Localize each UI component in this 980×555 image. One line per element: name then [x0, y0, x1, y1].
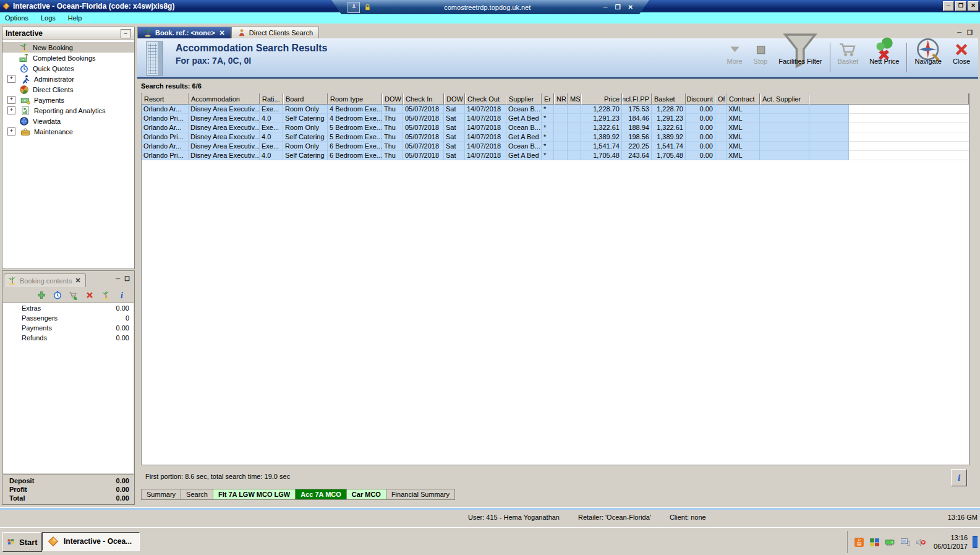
section-tab-flt-7a-lgw-mco-lgw[interactable]: Flt 7A LGW MCO LGW: [213, 489, 296, 500]
section-tab-financial-summary[interactable]: Financial Summary: [386, 489, 455, 500]
sidebar-item-quick-quotes[interactable]: Quick Quotes: [2, 63, 134, 74]
column-header-dow[interactable]: DOW: [444, 93, 465, 105]
table-row[interactable]: Orlando Ar...Disney Area Executiv...Exe.…: [142, 105, 969, 114]
column-header-act-supplier[interactable]: Act. Supplier: [760, 93, 809, 105]
column-header-check-out[interactable]: Check Out: [465, 93, 506, 105]
close-button[interactable]: ✕: [968, 1, 979, 11]
column-header-dow[interactable]: DOW: [382, 93, 403, 105]
panel-maximize-button[interactable]: ❐: [967, 29, 973, 36]
menu-logs[interactable]: Logs: [41, 14, 56, 22]
booking-row-value: 0: [126, 314, 129, 322]
sidebar-item-viewdata[interactable]: Viewdata: [2, 116, 134, 126]
rdp-close-button[interactable]: ✕: [628, 4, 633, 11]
booking-toolbar-quick-quotes-icon[interactable]: [53, 290, 62, 300]
info-button[interactable]: i: [951, 469, 967, 486]
column-header-er[interactable]: Er: [542, 93, 554, 105]
sidebar-item-label: Viewdata: [33, 118, 61, 125]
rdp-pin-button[interactable]: [347, 2, 360, 13]
cell-price: 1,228.70: [581, 105, 622, 114]
expand-icon[interactable]: +: [7, 106, 15, 114]
table-row[interactable]: Orlando Pri...Disney Area Executiv...4.0…: [142, 151, 969, 160]
network-card-icon[interactable]: [885, 537, 895, 548]
navigate-button[interactable]: Navigate: [909, 42, 947, 65]
column-header-check-in[interactable]: Check In: [403, 93, 444, 105]
section-tab-car-mco[interactable]: Car MCO: [347, 489, 386, 500]
column-header-price[interactable]: Price: [581, 93, 622, 105]
column-header-rati[interactable]: Rati...: [260, 93, 283, 105]
rdp-restore-button[interactable]: ❐: [615, 4, 621, 11]
column-header-label: MS: [570, 95, 581, 103]
sidebar-collapse-button[interactable]: −: [121, 29, 131, 38]
column-header-label: Discount: [686, 95, 713, 103]
panel-minimize-button[interactable]: ─: [957, 29, 961, 36]
start-button[interactable]: Start: [2, 532, 42, 552]
booking-contents-maximize-button[interactable]: ☐: [124, 275, 130, 282]
table-row[interactable]: Orlando Pri...Disney Area Executiv...4.0…: [142, 114, 969, 123]
sidebar-item-new-booking[interactable]: New Booking: [2, 42, 134, 53]
column-header-nr[interactable]: NR: [554, 93, 568, 105]
column-header-contract[interactable]: Contract: [726, 93, 760, 105]
minimize-button[interactable]: ─: [943, 1, 954, 11]
booking-toolbar-add-to-basket-icon[interactable]: [69, 290, 79, 300]
column-header-label: Price: [604, 95, 620, 103]
booking-toolbar-new-booking-icon[interactable]: [101, 290, 111, 300]
toolbar-button-label: Facilities Filter: [778, 58, 822, 65]
tab-book-ref-none[interactable]: Book. ref.: <none>✕: [137, 27, 231, 38]
sidebar-item-administrator[interactable]: +Administrator: [2, 74, 134, 84]
cell-check-in: 05/07/2018: [403, 114, 444, 123]
rdp-minimize-button[interactable]: ─: [603, 4, 608, 11]
column-header-of[interactable]: Of: [715, 93, 726, 105]
facilities-filter-button[interactable]: Facilities Filter: [773, 42, 827, 65]
column-header-discount[interactable]: Discount: [686, 93, 715, 105]
menu-help[interactable]: Help: [68, 14, 82, 22]
sidebar-item-reporting-and-analytics[interactable]: +Reporting and Analytics: [2, 105, 134, 116]
booking-toolbar-info-icon[interactable]: i: [117, 290, 127, 300]
cell-check-in: 05/07/2018: [403, 123, 444, 132]
close-button[interactable]: Close: [947, 42, 976, 65]
booking-toolbar-add-icon[interactable]: [36, 290, 46, 300]
cell-basket: 1,705.48: [652, 151, 686, 160]
colors-icon[interactable]: [869, 537, 880, 548]
column-header-incl-fl-pp[interactable]: Incl.Fl.PP: [622, 93, 652, 105]
table-row[interactable]: Orlando Ar...Disney Area Executiv...Exe.…: [142, 123, 969, 132]
row-empty-area: [849, 142, 969, 151]
column-header-board[interactable]: Board: [283, 93, 328, 105]
cell-board: Self Catering: [283, 151, 328, 160]
expand-icon[interactable]: +: [7, 96, 15, 104]
volume-muted-icon[interactable]: [916, 537, 926, 548]
java-icon[interactable]: [854, 537, 864, 548]
section-tab-search[interactable]: Search: [181, 489, 213, 500]
network-icon[interactable]: [900, 537, 911, 548]
row-filler: [809, 105, 849, 114]
cell-er: *: [542, 105, 554, 114]
column-header-basket[interactable]: Basket: [652, 93, 686, 105]
expand-icon[interactable]: +: [7, 75, 15, 83]
tab-direct-clients-search[interactable]: Direct Clients Search: [231, 27, 319, 38]
sidebar-item-completed-bookings[interactable]: Completed Bookings: [2, 53, 134, 63]
column-header-resort[interactable]: Resort: [142, 93, 189, 105]
cell-incl-fl-pp: 220.25: [622, 142, 652, 151]
section-tab-summary[interactable]: Summary: [141, 489, 181, 500]
taskbar-task-button[interactable]: Interactive - Ocea...: [42, 532, 140, 551]
sidebar-item-maintenance[interactable]: +Maintenance: [2, 126, 134, 137]
booking-contents-close-icon[interactable]: ✕: [75, 277, 80, 285]
section-tab-acc-7a-mco[interactable]: Acc 7A MCO: [296, 489, 347, 500]
cell-board: Room Only: [283, 105, 328, 114]
sidebar-item-direct-clients[interactable]: Direct Clients: [2, 84, 134, 95]
booking-toolbar-delete-icon[interactable]: [85, 290, 95, 300]
menu-options[interactable]: Options: [5, 14, 28, 22]
expand-icon[interactable]: +: [7, 127, 15, 136]
booking-contents-tab[interactable]: Booking contents ✕: [4, 273, 86, 287]
column-header-supplier[interactable]: Supplier: [506, 93, 542, 105]
table-row[interactable]: Orlando Ar...Disney Area Executiv...Exe.…: [142, 142, 969, 151]
rdp-connection-bar: comostreetrdp.topdog.uk.net ─ ❐ ✕: [331, 0, 649, 14]
column-header-ms[interactable]: MS: [568, 93, 581, 105]
restore-button[interactable]: ❐: [955, 1, 966, 11]
table-row[interactable]: Orlando Pri...Disney Area Executiv...4.0…: [142, 132, 969, 142]
tab-close-icon[interactable]: ✕: [219, 29, 225, 37]
column-header-accommodation[interactable]: Accommodation: [189, 93, 260, 105]
booking-contents-minimize-button[interactable]: ─: [116, 275, 120, 282]
column-header-room-type[interactable]: Room type: [328, 93, 382, 105]
sidebar-item-payments[interactable]: +Payments: [2, 95, 134, 105]
nett-price-button[interactable]: Nett Price: [864, 42, 905, 65]
